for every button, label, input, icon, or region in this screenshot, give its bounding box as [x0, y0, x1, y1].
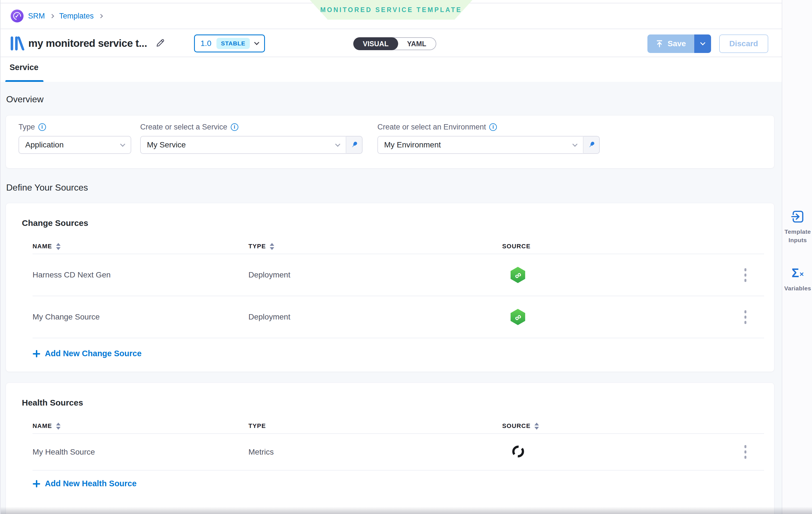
toggle-yaml[interactable]: YAML	[398, 38, 436, 50]
column-header-name[interactable]: NAME	[32, 243, 249, 250]
template-bars-icon	[11, 36, 22, 51]
sort-icon	[56, 243, 61, 250]
template-inputs-icon	[791, 210, 805, 224]
pushpin-icon	[349, 140, 359, 150]
pushpin-icon	[586, 140, 596, 150]
breadcrumb-srm-link[interactable]: SRM	[28, 12, 45, 21]
service-select-value: My Service	[147, 141, 185, 149]
row-type: Deployment	[249, 312, 502, 322]
pin-service-button[interactable]	[346, 136, 362, 154]
add-health-source-label: Add New Health Source	[45, 479, 137, 488]
save-split-button: Save	[647, 34, 711, 53]
chevron-right-icon	[99, 14, 103, 18]
type-select-value: Application	[25, 141, 64, 149]
save-button[interactable]: Save	[647, 34, 694, 53]
column-header-source[interactable]: SOURCE	[502, 243, 741, 250]
chevron-down-icon	[254, 40, 259, 45]
environment-select-value: My Environment	[384, 141, 441, 149]
discard-button[interactable]: Discard	[719, 34, 768, 53]
type-select[interactable]: Application	[19, 136, 131, 154]
service-field: Create or select a Service i My Service	[140, 123, 362, 154]
breadcrumb-templates-link[interactable]: Templates	[59, 12, 94, 21]
save-options-caret[interactable]	[694, 34, 711, 53]
sort-icon	[534, 423, 539, 430]
change-sources-table-header: NAME TYPE SOURCE	[32, 239, 764, 254]
info-icon[interactable]: i	[38, 123, 46, 131]
plus-icon	[32, 480, 40, 488]
template-inputs-label: Template Inputs	[782, 228, 812, 245]
environment-select[interactable]: My Environment	[377, 136, 583, 154]
tab-bar: Service	[1, 58, 782, 82]
health-sources-heading: Health Sources	[22, 398, 774, 407]
environment-label: Create or select an Environment	[377, 123, 486, 131]
column-header-type[interactable]: TYPE	[249, 422, 502, 430]
template-inputs-button[interactable]: Template Inputs	[782, 210, 812, 245]
upload-arrow-icon	[655, 39, 664, 48]
service-select[interactable]: My Service	[140, 136, 346, 154]
divider	[32, 338, 764, 338]
plus-icon	[32, 350, 40, 358]
sigma-variables-icon: Σ×	[791, 267, 804, 280]
version-stable-badge: STABLE	[216, 38, 250, 49]
chevron-down-icon	[572, 142, 577, 147]
pin-environment-button[interactable]	[583, 136, 600, 154]
info-icon[interactable]: i	[231, 123, 238, 131]
health-sources-card: Health Sources NAME TYPE SOURCE	[6, 383, 775, 514]
save-button-label: Save	[668, 39, 686, 48]
template-header: my monitored service t... 1.0 STABLE VIS…	[1, 30, 782, 57]
page-title: my monitored service t...	[28, 37, 147, 49]
template-type-banner: MONITORED SERVICE TEMPLATE	[310, 0, 472, 20]
monitored-service-template-page: MONITORED SERVICE TEMPLATE SRM Templates…	[0, 0, 812, 514]
row-name: My Health Source	[32, 448, 249, 457]
title-block: my monitored service t...	[11, 30, 166, 57]
add-change-source-label: Add New Change Source	[45, 349, 142, 358]
type-field: Type i Application	[19, 123, 131, 154]
type-label: Type	[19, 123, 35, 131]
row-options-menu-icon[interactable]	[741, 266, 750, 284]
tab-service[interactable]: Service	[9, 63, 38, 72]
harness-cd-hexagon-icon	[511, 309, 525, 325]
variables-label: Variables	[784, 284, 811, 293]
variables-button[interactable]: Σ× Variables	[782, 267, 812, 293]
column-header-source[interactable]: SOURCE	[502, 422, 741, 430]
table-row[interactable]: My Health Source Metrics	[32, 433, 764, 470]
overview-card: Type i Application Create or select a Se…	[6, 115, 775, 169]
info-icon[interactable]: i	[489, 123, 497, 131]
change-sources-heading: Change Sources	[22, 218, 774, 228]
sort-icon	[270, 243, 274, 250]
health-sources-table: NAME TYPE SOURCE My Health Source Metric…	[32, 419, 764, 470]
chevron-down-icon	[335, 142, 340, 147]
banner-label: MONITORED SERVICE TEMPLATE	[320, 6, 462, 14]
row-options-menu-icon[interactable]	[741, 308, 750, 326]
column-header-name[interactable]: NAME	[32, 422, 249, 430]
add-change-source-button[interactable]: Add New Change Source	[32, 349, 774, 358]
sort-icon	[56, 423, 61, 430]
visual-yaml-toggle: VISUAL YAML	[353, 37, 436, 50]
harness-cd-hexagon-icon	[511, 267, 525, 283]
srm-module-icon	[11, 9, 24, 23]
health-sources-table-header: NAME TYPE SOURCE	[32, 419, 764, 433]
row-type: Metrics	[249, 448, 502, 457]
version-selector[interactable]: 1.0 STABLE	[194, 34, 265, 52]
column-header-type[interactable]: TYPE	[249, 243, 502, 250]
row-name: My Change Source	[32, 312, 249, 322]
toggle-visual[interactable]: VISUAL	[353, 37, 398, 50]
row-options-menu-icon[interactable]	[741, 443, 750, 461]
chevron-down-icon	[700, 40, 705, 45]
add-health-source-button[interactable]: Add New Health Source	[32, 479, 774, 488]
overview-heading: Overview	[6, 94, 782, 104]
discard-button-label: Discard	[729, 39, 758, 48]
template-content: Overview Type i Application Create or se…	[1, 82, 782, 514]
divider	[32, 470, 764, 471]
service-label: Create or select a Service	[140, 123, 227, 131]
change-sources-card: Change Sources NAME TYPE SOURCE	[6, 203, 775, 372]
table-row[interactable]: My Change Source Deployment	[32, 296, 764, 338]
row-type: Deployment	[249, 270, 502, 279]
change-sources-table: NAME TYPE SOURCE Harness CD Next Gen Dep…	[32, 239, 764, 338]
version-number: 1.0	[201, 39, 211, 48]
table-row[interactable]: Harness CD Next Gen Deployment	[32, 254, 764, 296]
define-sources-heading: Define Your Sources	[6, 182, 782, 193]
environment-field: Create or select an Environment i My Env…	[377, 123, 600, 154]
chevron-right-icon	[50, 14, 54, 18]
edit-pencil-icon[interactable]	[155, 37, 166, 50]
